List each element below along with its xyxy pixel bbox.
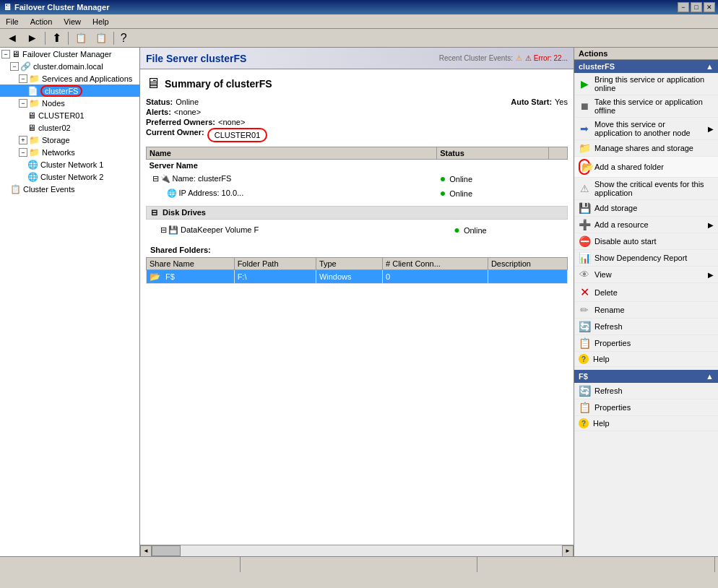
close-button[interactable]: ✕: [704, 2, 715, 12]
events-error: ⚠ Error: 22...: [525, 54, 568, 62]
tree-item-nodes[interactable]: − 📁 Nodes: [0, 97, 139, 109]
bring-online-icon: ▶: [579, 78, 590, 90]
status-section-2: [241, 557, 478, 572]
action-show-critical[interactable]: ⚠ Show the critical events for this appl…: [574, 178, 718, 200]
expand-disk[interactable]: ⊟: [151, 208, 157, 217]
dependency-label: Show Dependency Report: [594, 254, 687, 262]
forward-button[interactable]: ►: [23, 30, 42, 46]
share-type: Windows: [316, 270, 382, 284]
disk-status: Online: [464, 226, 487, 235]
tree-item-cluster[interactable]: − 🔗 cluster.domain.local: [0, 60, 139, 72]
tree-item-cluster02[interactable]: 🖥 cluster02: [0, 121, 139, 134]
expand-datakeeper[interactable]: ⊟: [160, 225, 167, 235]
disk-row-datakeeper[interactable]: ⊟ 💾 DataKeeper Volume F ● Online: [146, 222, 568, 237]
tree-item-storage[interactable]: + 📁 Storage: [0, 134, 139, 146]
scroll-right[interactable]: ►: [562, 545, 574, 557]
expand-storage[interactable]: +: [19, 136, 27, 144]
expand-root[interactable]: −: [1, 50, 10, 59]
action-help[interactable]: ? Help: [574, 352, 718, 367]
menu-view[interactable]: View: [61, 17, 84, 27]
action-manage-shares[interactable]: 📁 Manage shares and storage: [574, 140, 718, 157]
move-icon: ➡: [579, 123, 590, 134]
tree-item-events[interactable]: 📋 Cluster Events: [0, 183, 139, 195]
action-disable-autostart[interactable]: ⛔ Disable auto start: [574, 233, 718, 250]
disable-label: Disable auto start: [594, 237, 657, 246]
action-add-shared-folder[interactable]: 📂 Add a shared folder: [574, 157, 718, 178]
clusterfs-icon: 📄: [27, 86, 38, 96]
action-view[interactable]: 👁 View ▶: [574, 267, 718, 283]
up-button[interactable]: ⬆: [48, 30, 65, 46]
actions-section-clusterfs[interactable]: clusterFS ▲: [574, 60, 718, 73]
tree-item-net2[interactable]: 🌐 Cluster Network 2: [0, 170, 139, 183]
expand-cluster[interactable]: −: [10, 62, 19, 71]
help-label: Help: [593, 355, 610, 363]
tree-item-net1[interactable]: 🌐 Cluster Network 1: [0, 158, 139, 170]
action-bring-online[interactable]: ▶ Bring this service or application onli…: [574, 73, 718, 95]
autostart-label: Auto Start:: [511, 98, 552, 106]
expand-clusterfs[interactable]: ⊟: [152, 174, 159, 183]
networks-icon: 📁: [29, 147, 40, 157]
disk-icon: 💾: [168, 225, 178, 235]
action-delete[interactable]: ✕ Delete: [574, 283, 718, 302]
action-add-storage[interactable]: 💾 Add storage: [574, 200, 718, 217]
cluster-icon: 🔗: [20, 61, 31, 72]
back-button[interactable]: ◄: [3, 30, 22, 46]
action-rename[interactable]: ✏ Rename: [574, 302, 718, 319]
expand-services[interactable]: −: [19, 74, 27, 83]
scroll-track[interactable]: [152, 545, 562, 556]
shared-folders-header: Shared Folders:: [146, 243, 568, 257]
window-title: Failover Cluster Manager: [14, 3, 109, 12]
rename-label: Rename: [594, 306, 625, 314]
tree-item-services[interactable]: − 📁 Services and Applications: [0, 72, 139, 85]
warning-icon: ⚠: [516, 54, 522, 62]
tree-item-root[interactable]: − 🖥 Failover Cluster Manager: [0, 48, 139, 60]
action-properties[interactable]: 📋 Properties: [574, 335, 718, 352]
tree-item-clusterfs[interactable]: 📄 clusterFS: [0, 85, 139, 97]
server-table: Name Status Server Name ⊟ 🔌: [146, 147, 568, 200]
menu-action[interactable]: Action: [27, 17, 56, 27]
action-take-offline[interactable]: ⏹ Take this service or application offli…: [574, 95, 718, 118]
alerts-value: <none>: [174, 108, 201, 116]
server-row-ip[interactable]: 🌐 IP Address: 10.0... ● Online: [147, 186, 568, 200]
minimize-button[interactable]: −: [678, 2, 689, 12]
separator-1: [45, 32, 46, 45]
tree-item-networks[interactable]: − 📁 Networks: [0, 146, 139, 158]
summary-title-row: 🖥 Summary of clusterFS: [146, 75, 568, 92]
right-panel: Actions clusterFS ▲ ▶ Bring this service…: [574, 48, 718, 556]
action-add-resource[interactable]: ➕ Add a resource ▶: [574, 217, 718, 233]
fs-refresh-icon: 🔄: [579, 385, 590, 397]
current-row: Current Owner: CLUSTER01: [146, 128, 267, 142]
actions-section-clusterfs-chevron: ▲: [706, 62, 714, 71]
view-label: View: [594, 270, 612, 279]
horizontal-scrollbar[interactable]: ◄ ►: [140, 545, 574, 556]
menu-help[interactable]: Help: [90, 17, 112, 27]
scroll-thumb[interactable]: [152, 545, 181, 556]
take-offline-label: Take this service or application offline: [594, 98, 714, 115]
center-title: File Server clusterFS: [146, 53, 246, 64]
help-button[interactable]: ?: [117, 30, 131, 46]
properties-icon: 📋: [579, 337, 590, 349]
action-dependency[interactable]: 📊 Show Dependency Report: [574, 250, 718, 267]
actions-section-fs[interactable]: F$ ▲: [574, 370, 718, 383]
disk-drives-table: ⊟ 💾 DataKeeper Volume F ● Online: [146, 222, 568, 237]
refresh-icon: 🔄: [579, 321, 590, 332]
scroll-left[interactable]: ◄: [140, 545, 152, 557]
paste-button[interactable]: 📋: [92, 30, 111, 46]
copy-button[interactable]: 📋: [72, 30, 90, 46]
preferred-label: Preferred Owners:: [146, 118, 215, 126]
action-move[interactable]: ➡ Move this service or application to an…: [574, 118, 718, 140]
expand-nodes[interactable]: −: [19, 99, 27, 108]
action-fs-properties[interactable]: 📋 Properties: [574, 399, 718, 416]
main-layout: − 🖥 Failover Cluster Manager − 🔗 cluster…: [0, 48, 718, 556]
move-arrow: ▶: [708, 125, 714, 133]
expand-networks[interactable]: −: [19, 148, 27, 157]
menu-file[interactable]: File: [3, 17, 22, 27]
tree-item-cluster01[interactable]: 🖥 CLUSTER01: [0, 109, 139, 121]
action-fs-refresh[interactable]: 🔄 Refresh: [574, 383, 718, 399]
shared-folder-row-fs[interactable]: 📂 F$ F:\ Windows 0: [147, 270, 568, 284]
share-clients: 0: [383, 270, 488, 284]
action-refresh[interactable]: 🔄 Refresh: [574, 319, 718, 335]
action-fs-help[interactable]: ? Help: [574, 416, 718, 431]
server-row-clusterfs[interactable]: ⊟ 🔌 Name: clusterFS ● Online: [147, 171, 568, 186]
maximize-button[interactable]: □: [691, 2, 702, 12]
